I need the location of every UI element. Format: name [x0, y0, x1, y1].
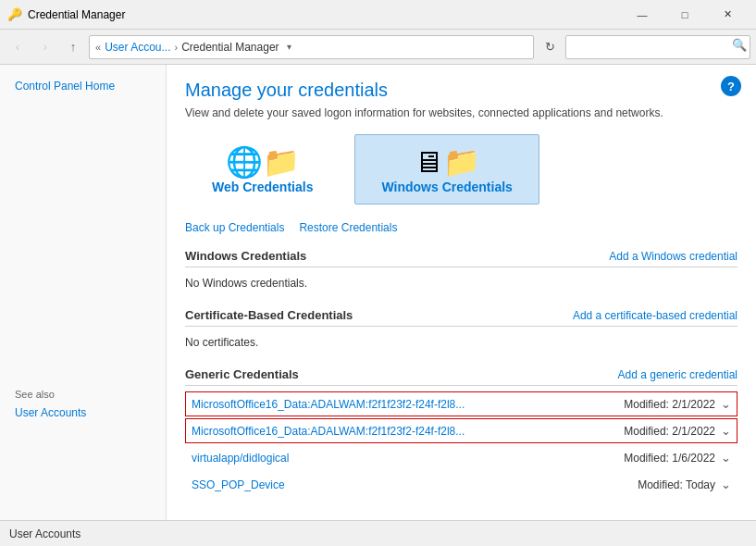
content-area: ? Manage your credentials View and delet…: [167, 65, 756, 520]
credential-meta: Modified: 1/6/2022⌄: [624, 451, 731, 465]
tab-windows-credentials[interactable]: 🖥📁 Windows Credentials: [354, 134, 539, 205]
sections-container: Windows CredentialsAdd a Windows credent…: [185, 249, 737, 497]
user-accounts-link[interactable]: User Accounts: [0, 403, 166, 422]
add-credential-link-1[interactable]: Add a certificate-based credential: [573, 309, 737, 322]
page-title: Manage your credentials: [185, 80, 737, 101]
credential-modified: Modified: Today: [638, 478, 715, 491]
window-title: Credential Manager: [28, 8, 621, 21]
credential-section-0: Windows CredentialsAdd a Windows credent…: [185, 249, 737, 297]
credential-meta: Modified: Today⌄: [638, 478, 731, 491]
addressbar: ‹ › ↑ « User Accou... › Credential Manag…: [0, 30, 756, 65]
sidebar: Control Panel Home See also User Account…: [0, 65, 167, 520]
forward-button[interactable]: ›: [33, 35, 57, 59]
chevron-down-icon[interactable]: ⌄: [721, 451, 731, 465]
add-credential-link-2[interactable]: Add a generic credential: [618, 368, 737, 381]
breadcrumb-bar: « User Accou... › Credential Manager ▾: [89, 35, 534, 59]
titlebar: 🔑 Credential Manager — □ ✕: [0, 0, 756, 30]
breadcrumb-separator: ›: [175, 42, 179, 53]
credential-modified: Modified: 2/1/2022: [624, 425, 715, 438]
credential-name: SSO_POP_Device: [192, 478, 285, 491]
search-wrap: 🔍: [565, 35, 750, 59]
breadcrumb-prefix: «: [95, 42, 101, 53]
web-credentials-icon: 🌐📁: [226, 144, 300, 180]
tab-web-label: Web Credentials: [212, 180, 313, 194]
section-header-1: Certificate-Based CredentialsAdd a certi…: [185, 308, 737, 327]
credential-type-tabs: 🌐📁 Web Credentials 🖥📁 Windows Credential…: [185, 134, 737, 205]
section-header-0: Windows CredentialsAdd a Windows credent…: [185, 249, 737, 267]
restore-link[interactable]: Restore Credentials: [299, 221, 397, 234]
credential-meta: Modified: 2/1/2022⌄: [624, 424, 731, 438]
credential-section-1: Certificate-Based CredentialsAdd a certi…: [185, 308, 737, 356]
tab-web-credentials[interactable]: 🌐📁 Web Credentials: [185, 134, 340, 205]
backup-link[interactable]: Back up Credentials: [185, 221, 284, 234]
credential-row[interactable]: SSO_POP_DeviceModified: Today⌄: [185, 472, 737, 497]
breadcrumb-current: Credential Manager: [181, 41, 279, 54]
close-button[interactable]: ✕: [706, 0, 749, 30]
statusbar: User Accounts: [0, 520, 756, 546]
minimize-button[interactable]: —: [621, 0, 663, 30]
section-title-1: Certificate-Based Credentials: [185, 308, 353, 322]
section-title-2: Generic Credentials: [185, 367, 299, 381]
see-also-label: See also: [0, 374, 166, 403]
credential-meta: Modified: 2/1/2022⌄: [624, 397, 731, 411]
tab-windows-label: Windows Credentials: [381, 180, 512, 194]
breadcrumb-parent[interactable]: User Accou...: [105, 41, 170, 54]
add-credential-link-0[interactable]: Add a Windows credential: [609, 250, 737, 263]
window-controls: — □ ✕: [621, 0, 749, 30]
section-empty-1: No certificates.: [185, 332, 737, 356]
credential-modified: Modified: 1/6/2022: [624, 452, 715, 465]
credential-row[interactable]: virtualapp/didlogicalModified: 1/6/2022⌄: [185, 445, 737, 470]
windows-credentials-icon: 🖥📁: [414, 144, 480, 180]
credential-row[interactable]: MicrosoftOffice16_Data:ADALWAM:f2f1f23f2…: [185, 418, 737, 443]
search-input[interactable]: [565, 35, 750, 59]
control-panel-home-link[interactable]: Control Panel Home: [0, 76, 166, 96]
chevron-down-icon[interactable]: ⌄: [721, 478, 731, 491]
credential-section-2: Generic CredentialsAdd a generic credent…: [185, 367, 737, 497]
credential-row[interactable]: MicrosoftOffice16_Data:ADALWAM:f2f1f23f2…: [185, 391, 737, 416]
main-layout: Control Panel Home See also User Account…: [0, 65, 756, 520]
section-title-0: Windows Credentials: [185, 249, 306, 263]
statusbar-text: User Accounts: [9, 527, 81, 540]
section-header-2: Generic CredentialsAdd a generic credent…: [185, 367, 737, 386]
section-empty-0: No Windows credentials.: [185, 273, 737, 297]
credential-modified: Modified: 2/1/2022: [624, 398, 715, 411]
search-button[interactable]: 🔍: [732, 38, 747, 52]
breadcrumb-dropdown-icon[interactable]: ▾: [287, 42, 291, 52]
refresh-button[interactable]: ↻: [538, 35, 562, 59]
actions-row: Back up Credentials Restore Credentials: [185, 221, 737, 234]
up-button[interactable]: ↑: [61, 35, 85, 59]
credential-name: virtualapp/didlogical: [192, 452, 289, 465]
help-button[interactable]: ?: [721, 76, 741, 96]
chevron-down-icon[interactable]: ⌄: [721, 424, 731, 438]
credential-name: MicrosoftOffice16_Data:ADALWAM:f2f1f23f2…: [192, 398, 465, 411]
back-button[interactable]: ‹: [6, 35, 30, 59]
app-icon: 🔑: [7, 7, 22, 22]
chevron-down-icon[interactable]: ⌄: [721, 397, 731, 411]
maximize-button[interactable]: □: [663, 0, 706, 30]
credential-name: MicrosoftOffice16_Data:ADALWAM:f2f1f23f2…: [192, 425, 465, 438]
page-subtitle: View and delete your saved logon informa…: [185, 106, 737, 119]
